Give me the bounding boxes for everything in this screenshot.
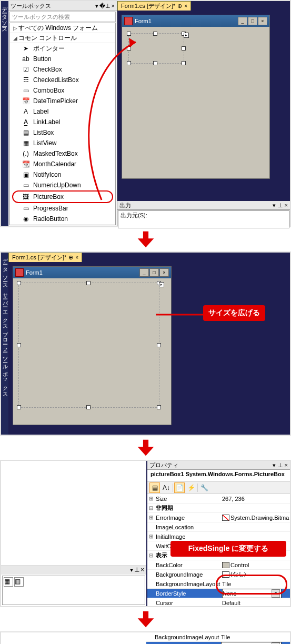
toolbox-item-linklabel[interactable]: A̲LinkLabel xyxy=(10,117,115,127)
property-row-backgroundimagelayout[interactable]: BackgroundImageLayoutTile xyxy=(146,632,290,642)
pin-icon[interactable]: �⊥ xyxy=(99,3,111,9)
expand-icon[interactable]: ⊞ xyxy=(147,534,155,539)
close-button[interactable]: × xyxy=(159,268,169,277)
minimize-button[interactable]: _ xyxy=(139,268,149,277)
toolbox-item-label: NotifyIcon xyxy=(33,171,61,178)
toolbox-item-progressbar[interactable]: ▭ProgressBar xyxy=(10,203,115,214)
alphabetic-button[interactable]: A↓ xyxy=(161,482,172,493)
property-row-initialimage[interactable]: ⊞InitialImage xyxy=(147,532,290,541)
property-value[interactable]: FixedSingle▾ xyxy=(221,642,282,645)
toolbox-item-maskedtextbox[interactable]: (.)MaskedTextBox xyxy=(10,148,115,159)
sidebar-tabs[interactable]: データ ソース サーバー エクスプローラー ツールボックス xyxy=(1,253,8,435)
db-icon[interactable]: ▥ xyxy=(14,577,24,587)
toolbox-item-radiobutton[interactable]: ◉RadioButton xyxy=(10,214,115,224)
toolbox-item-listbox[interactable]: ▤ListBox xyxy=(10,127,115,138)
toolbox-item-checkedlistbox[interactable]: ☶CheckedListBox xyxy=(10,75,115,85)
expand-icon[interactable]: ⊞ xyxy=(147,515,155,520)
pin-icon[interactable]: ⊥ xyxy=(278,462,283,468)
dropdown-icon[interactable]: ▾ xyxy=(130,566,133,575)
smarttag-icon[interactable]: ▸ xyxy=(184,33,189,38)
dropdown-icon[interactable]: ▾ xyxy=(273,462,276,468)
close-icon[interactable]: × xyxy=(285,202,288,208)
toolbox-item-label: MonthCalendar xyxy=(33,160,76,168)
property-value[interactable]: 267, 236 xyxy=(222,496,290,502)
property-row-cursor[interactable]: CursorDefault xyxy=(147,598,290,606)
annotation-callout: FixedSingle に変更する xyxy=(170,541,286,557)
document-tab[interactable]: Form1.cs [デザイン]* ⊕ × xyxy=(117,1,191,11)
property-row-backcolor[interactable]: BackColorControl xyxy=(147,560,290,570)
toolbox-item-checkbox[interactable]: ☑CheckBox xyxy=(10,64,115,75)
property-value[interactable]: Control xyxy=(222,562,290,568)
property-value[interactable]: (なし) xyxy=(222,570,290,578)
maximize-button[interactable]: □ xyxy=(248,17,257,25)
close-icon[interactable]: × xyxy=(112,3,115,9)
expand-icon[interactable]: ⊞ xyxy=(147,496,155,501)
property-row-size[interactable]: ⊞Size267, 236 xyxy=(147,494,290,504)
design-surface[interactable]: Form1 _ □ × ▸ xyxy=(117,11,290,200)
minimize-button[interactable]: _ xyxy=(238,17,247,25)
property-row-errorimage[interactable]: ⊞ErrorImageSystem.Drawing.Bitma xyxy=(147,513,290,522)
events-button[interactable]: ⚡ xyxy=(186,482,196,493)
toolbox-item-picturebox[interactable]: 🖼PictureBox xyxy=(12,190,113,203)
tree-group-all[interactable]: ▷ すべての Windows フォーム xyxy=(10,23,115,33)
toolbox-item-label: NumericUpDown xyxy=(33,182,81,189)
property-value[interactable]: None▾ xyxy=(222,589,282,598)
toolbox-search-input[interactable]: ツールボックスの検索 xyxy=(9,12,116,22)
toolbox-item-combobox[interactable]: ▭ComboBox xyxy=(10,85,115,96)
close-icon[interactable]: × xyxy=(141,566,144,575)
tab-pin-icon[interactable]: ⊕ xyxy=(68,254,73,261)
wrench-icon[interactable]: 🔧 xyxy=(199,482,209,493)
smarttag-icon[interactable]: ▸ xyxy=(159,282,164,287)
property-value[interactable]: Tile xyxy=(222,581,290,587)
toolbox-item-button[interactable]: abButton xyxy=(10,54,115,64)
properties-panel: プロパティ ▾ ⊥ × pictureBox1 System.Windows.F… xyxy=(147,461,290,606)
property-row-backgroundimagelayout[interactable]: BackgroundImageLayoutTile xyxy=(147,579,290,589)
dropdown-icon[interactable]: ▾ xyxy=(273,202,276,208)
property-row-borderstyle[interactable]: BorderStyleFixedSingle▾ xyxy=(146,642,290,644)
tab-close-icon[interactable]: × xyxy=(75,255,78,260)
property-row-非同期[interactable]: ⊟非同期 xyxy=(147,504,290,513)
control-icon: ▭ xyxy=(22,87,30,94)
document-tab[interactable]: Form1.cs [デザイン]* ⊕ × xyxy=(8,253,82,262)
expand-icon[interactable]: ⊟ xyxy=(147,505,155,511)
picturebox-control[interactable]: ▸ xyxy=(128,33,184,64)
toolbox-item-datetimepicker[interactable]: 📅DateTimePicker xyxy=(10,96,115,106)
close-icon[interactable]: × xyxy=(285,462,288,468)
properties-object-selector[interactable]: pictureBox1 System.Windows.Forms.Picture… xyxy=(147,470,290,482)
control-icon: ▭ xyxy=(22,205,30,212)
form-window[interactable]: Form1 _ □ × ▸ xyxy=(122,15,270,179)
toolbox-item-numericupdown[interactable]: ▭NumericUpDown xyxy=(10,180,115,190)
tree-group-common[interactable]: ◢ コモン コントロール xyxy=(10,33,115,43)
pin-icon[interactable]: ⊥ xyxy=(134,566,139,575)
left-combo[interactable]: ▦ ▥ xyxy=(2,576,145,605)
expand-icon[interactable]: ⊟ xyxy=(147,552,155,558)
design-surface[interactable]: Form1 _ □ × ▸ サイズを広げる xyxy=(8,262,290,435)
dropdown-icon[interactable]: ▾ xyxy=(95,3,98,9)
toolbox-item-monthcalendar[interactable]: 📆MonthCalendar xyxy=(10,159,115,169)
tab-pin-icon[interactable]: ⊕ xyxy=(177,3,182,9)
toolbox-item-ポインター[interactable]: ➤ポインター xyxy=(10,43,115,54)
maximize-button[interactable]: □ xyxy=(149,268,159,277)
categorized-button[interactable]: ▤ xyxy=(149,482,160,493)
form-window[interactable]: Form1 _ □ × ▸ xyxy=(13,266,172,425)
tab-close-icon[interactable]: × xyxy=(184,3,187,9)
dropdown-button[interactable]: ▾ xyxy=(272,642,280,645)
sidebar-tab-datasource[interactable]: データソース xyxy=(1,1,8,226)
property-value[interactable]: System.Drawing.Bitma xyxy=(222,515,290,521)
dropdown-button[interactable]: ▾ xyxy=(272,589,280,598)
toolbox-item-label[interactable]: ALabel xyxy=(10,106,115,117)
close-button[interactable]: × xyxy=(258,17,267,25)
property-value[interactable]: Tile xyxy=(221,634,290,640)
picturebox-control[interactable]: ▸ xyxy=(18,283,159,408)
properties-button[interactable]: 📄 xyxy=(174,482,185,493)
property-row-imagelocation[interactable]: ImageLocation xyxy=(147,522,290,532)
flow-arrow-down xyxy=(0,610,291,628)
property-value[interactable]: Default xyxy=(222,600,290,606)
pin-icon[interactable]: ⊥ xyxy=(278,202,283,208)
toolbox-item-notifyicon[interactable]: ▣NotifyIcon xyxy=(10,169,115,180)
property-row-backgroundimage[interactable]: BackgroundImage(なし) xyxy=(147,570,290,579)
toolbox-item-listview[interactable]: ▦ListView xyxy=(10,138,115,148)
toolbox-title: ツールボックス xyxy=(11,2,51,10)
db-icon[interactable]: ▦ xyxy=(4,577,13,587)
property-row-borderstyle[interactable]: BorderStyleNone▾ xyxy=(147,589,290,598)
